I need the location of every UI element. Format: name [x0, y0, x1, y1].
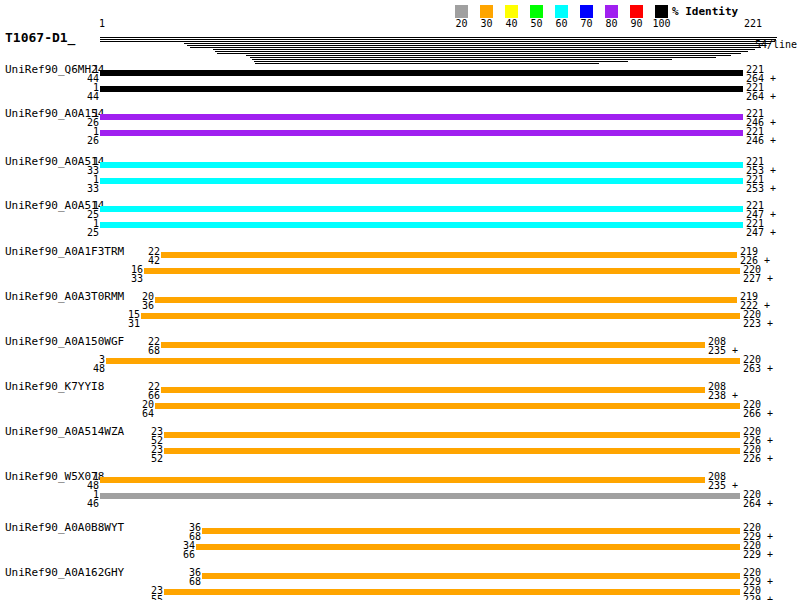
hit-label: UniRef90_A0A0B8WYT: [5, 523, 124, 532]
hit-start: 64: [142, 409, 154, 418]
coverage-line: [250, 57, 716, 58]
alignment-bar: [106, 358, 740, 364]
alignment-bar: [164, 589, 740, 595]
alignment-bar: [100, 130, 743, 136]
alignment-coverage-plot: T1067-D1_ % Identity 2030405060708090100…: [0, 0, 800, 600]
hit-start: 33: [131, 274, 143, 283]
legend-label-20: 20: [449, 19, 474, 28]
hit-start: 42: [148, 256, 160, 265]
hit-end: 235 +: [708, 346, 738, 355]
legend-swatch-100: [655, 5, 668, 18]
hit-end: 227 +: [743, 274, 773, 283]
hit-start: 66: [183, 550, 195, 559]
alignment-bar: [100, 178, 743, 184]
hit-end: 229 +: [743, 595, 773, 600]
alignment-bar: [202, 528, 740, 534]
hit-start: 33: [87, 184, 99, 193]
hit-start: 36: [142, 301, 154, 310]
alignment-bar: [161, 252, 737, 258]
legend-label-60: 60: [549, 19, 574, 28]
coverage-line: [252, 59, 672, 60]
hit-end: 235 +: [708, 481, 738, 490]
legend-swatch-30: [480, 5, 493, 18]
coverage-line: [254, 61, 628, 62]
hit-label: UniRef90_K7YYI8: [5, 382, 104, 391]
alignment-bar: [202, 573, 740, 579]
alignment-bar: [164, 448, 740, 454]
hit-end: 246 +: [746, 136, 776, 145]
hit-end: 238 +: [708, 391, 738, 400]
alignment-bar: [144, 268, 740, 274]
hit-start: 68: [189, 577, 201, 586]
coverage-line: [190, 47, 761, 48]
hit-end: 264 +: [746, 92, 776, 101]
alignment-bar: [100, 222, 743, 228]
alignment-bar: [100, 86, 743, 92]
hit-start: 31: [128, 319, 140, 328]
alignment-bar: [100, 162, 743, 168]
legend-label-80: 80: [599, 19, 624, 28]
hit-label: UniRef90_A0A150WGF: [5, 337, 124, 346]
coverage-line: [100, 37, 777, 38]
legend-swatch-60: [555, 5, 568, 18]
coverage-line: [184, 43, 771, 44]
hit-start: 55: [151, 595, 163, 600]
hit-end: 229 +: [743, 550, 773, 559]
query-title: T1067-D1_: [5, 32, 75, 44]
hit-label: UniRef90_A0A514WZA: [5, 427, 124, 436]
alignment-bar: [100, 477, 705, 483]
alignment-bar: [196, 544, 740, 550]
hit-start: 26: [87, 136, 99, 145]
legend-label-40: 40: [499, 19, 524, 28]
coverage-line: [100, 41, 775, 42]
legend-swatch-20: [455, 5, 468, 18]
legend-swatch-40: [505, 5, 518, 18]
hit-label: UniRef90_A0A162GHY: [5, 568, 124, 577]
legend-label-70: 70: [574, 19, 599, 28]
coverage-line: [255, 63, 599, 64]
legend-swatch-50: [530, 5, 543, 18]
hit-end: 247 +: [746, 228, 776, 237]
legend-label-90: 90: [624, 19, 649, 28]
alignment-bar: [155, 297, 737, 303]
hit-end: 264 +: [743, 499, 773, 508]
hit-label: UniRef90_A0A3T0RMM: [5, 292, 124, 301]
legend-label-100: 100: [649, 19, 674, 28]
alignment-bar: [100, 206, 743, 212]
hit-start: 44: [87, 92, 99, 101]
alignment-bar: [161, 387, 705, 393]
alignment-bar: [100, 114, 743, 120]
legend-title: % Identity: [672, 6, 738, 18]
hit-start: 48: [93, 364, 105, 373]
ruler-start-label: 1: [99, 19, 105, 28]
alignment-bar: [155, 403, 740, 409]
alignment-bar: [100, 70, 743, 76]
hit-end: 223 +: [743, 319, 773, 328]
alignment-bar: [161, 342, 705, 348]
coverage-line: [213, 49, 755, 50]
legend-label-50: 50: [524, 19, 549, 28]
coverage-line: [100, 39, 776, 40]
alignment-bar: [100, 493, 740, 499]
hit-end: 226 +: [743, 454, 773, 463]
legend-swatch-70: [580, 5, 593, 18]
legend-swatch-80: [605, 5, 618, 18]
hit-end: 253 +: [746, 184, 776, 193]
hit-start: 68: [148, 346, 160, 355]
legend-swatch-90: [630, 5, 643, 18]
coverage-line: [215, 51, 748, 52]
legend-label-30: 30: [474, 19, 499, 28]
hit-start: 52: [151, 454, 163, 463]
coverage-line: [187, 45, 766, 46]
hit-label: UniRef90_A0A1F3TRM: [5, 247, 124, 256]
hit-end: 263 +: [743, 364, 773, 373]
coverage-line: [217, 53, 741, 54]
alignment-bar: [164, 432, 740, 438]
ruler-end-label: 221: [744, 19, 762, 28]
coverage-line: [246, 55, 731, 56]
hit-end: 266 +: [743, 409, 773, 418]
alignment-bar: [141, 313, 740, 319]
hit-start: 25: [87, 228, 99, 237]
hit-start: 46: [87, 499, 99, 508]
